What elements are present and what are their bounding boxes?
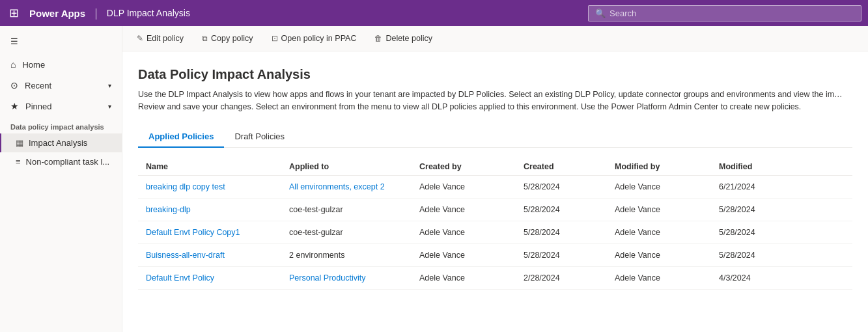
recent-icon: ⊙ <box>10 80 18 90</box>
policy-name-link[interactable]: Default Envt Policy Copy1 <box>146 228 240 237</box>
table-row: breaking dlp copy test All environments,… <box>138 176 852 199</box>
search-box[interactable]: 🔍 <box>588 5 861 21</box>
edit-policy-button[interactable]: ✎ Edit policy <box>133 31 188 46</box>
tab-applied-policies[interactable]: Applied Policies <box>138 126 224 148</box>
hamburger-icon: ☰ <box>10 36 18 46</box>
cell-modified: 5/28/2024 <box>719 251 797 260</box>
page-title-nav: DLP Impact Analysis <box>107 8 190 18</box>
cell-name[interactable]: Default Envt Policy Copy1 <box>146 228 289 237</box>
sidebar-impact-label: Impact Analysis <box>29 138 87 148</box>
search-icon: 🔍 <box>595 8 606 18</box>
page-heading: Data Policy Impact Analysis <box>138 67 852 82</box>
policy-name-link[interactable]: breaking-dlp <box>146 205 191 214</box>
cell-applied-to: coe-test-gulzar <box>289 228 419 237</box>
cell-modified: 6/21/2024 <box>719 182 797 191</box>
cell-modified: 5/28/2024 <box>719 228 797 237</box>
edit-icon: ✎ <box>137 34 143 43</box>
open-ppac-label: Open policy in PPAC <box>281 34 357 43</box>
cell-applied-to: 2 environments <box>289 251 419 260</box>
cell-modified: 5/28/2024 <box>719 205 797 214</box>
cell-created: 5/28/2024 <box>524 228 615 237</box>
applied-to: coe-test-gulzar <box>289 205 343 214</box>
applied-to: 2 environments <box>289 251 344 260</box>
open-ppac-button[interactable]: ⊡ Open policy in PPAC <box>268 31 361 46</box>
cell-created-by: Adele Vance <box>419 182 524 191</box>
cell-applied-to[interactable]: Personal Productivity <box>289 273 419 283</box>
applied-to-link[interactable]: Personal Productivity <box>289 273 365 283</box>
copy-policy-button[interactable]: ⧉ Copy policy <box>198 31 257 46</box>
copy-icon: ⧉ <box>202 34 208 43</box>
non-compliant-icon: ≡ <box>16 157 21 167</box>
open-icon: ⊡ <box>272 34 278 43</box>
sidebar-item-home[interactable]: ⌂ Home <box>0 54 122 75</box>
main-layout: ☰ ⌂ Home ⊙ Recent ▾ ★ Pinned ▾ Data poli… <box>0 26 868 332</box>
cell-created-by: Adele Vance <box>419 273 524 283</box>
brand-label: Power Apps <box>29 8 85 19</box>
cell-modified-by: Adele Vance <box>615 273 719 283</box>
sidebar-item-recent[interactable]: ⊙ Recent ▾ <box>0 75 122 96</box>
sidebar-item-non-compliant[interactable]: ≡ Non-compliant task l... <box>0 152 122 171</box>
sidebar-item-pinned[interactable]: ★ Pinned ▾ <box>0 96 122 117</box>
content-area: ✎ Edit policy ⧉ Copy policy ⊡ Open polic… <box>122 26 868 332</box>
sidebar-pinned-label: Pinned <box>25 102 51 111</box>
delete-icon: 🗑 <box>374 34 382 43</box>
cell-modified: 4/3/2024 <box>719 273 797 283</box>
search-input[interactable] <box>609 8 854 18</box>
policies-table: Name Applied to Created by Created Modif… <box>138 158 852 290</box>
page-content: Data Policy Impact Analysis Use the DLP … <box>122 51 868 332</box>
sidebar: ☰ ⌂ Home ⊙ Recent ▾ ★ Pinned ▾ Data poli… <box>0 26 122 332</box>
col-header-name: Name <box>146 162 289 171</box>
impact-analysis-icon: ▦ <box>16 138 23 148</box>
page-description: Use the DLP Impact Analysis to view how … <box>138 89 852 113</box>
cell-created: 5/28/2024 <box>524 251 615 260</box>
policy-name-link[interactable]: Default Envt Policy <box>146 273 214 283</box>
cell-applied-to[interactable]: All environments, except 2 <box>289 182 419 191</box>
applied-to: coe-test-gulzar <box>289 228 343 237</box>
col-header-applied-to: Applied to <box>289 162 419 171</box>
cell-created-by: Adele Vance <box>419 251 524 260</box>
cell-name[interactable]: Buisness-all-env-draft <box>146 251 289 260</box>
policy-name-link[interactable]: Buisness-all-env-draft <box>146 251 225 260</box>
policy-name-link[interactable]: breaking dlp copy test <box>146 182 225 191</box>
top-nav: ⊞ Power Apps | DLP Impact Analysis 🔍 <box>0 0 868 26</box>
table-row: Buisness-all-env-draft 2 environments Ad… <box>138 244 852 267</box>
table-body: breaking dlp copy test All environments,… <box>138 176 852 290</box>
tabs-bar: Applied Policies Draft Policies <box>138 126 852 148</box>
toolbar: ✎ Edit policy ⧉ Copy policy ⊡ Open polic… <box>122 26 868 51</box>
table-row: breaking-dlp coe-test-gulzar Adele Vance… <box>138 199 852 221</box>
home-icon: ⌂ <box>10 59 16 70</box>
hamburger-button[interactable]: ☰ <box>0 31 122 51</box>
edit-policy-label: Edit policy <box>147 34 184 43</box>
sidebar-item-impact-analysis[interactable]: ▦ Impact Analysis <box>0 133 122 152</box>
cell-created-by: Adele Vance <box>419 228 524 237</box>
pin-icon: ★ <box>10 101 19 111</box>
nav-separator: | <box>94 7 98 20</box>
table-header-row: Name Applied to Created by Created Modif… <box>138 158 852 176</box>
cell-modified-by: Adele Vance <box>615 251 719 260</box>
cell-name[interactable]: Default Envt Policy <box>146 273 289 283</box>
col-header-created-by: Created by <box>419 162 524 171</box>
chevron-down-icon-pinned: ▾ <box>108 103 111 110</box>
cell-created: 5/28/2024 <box>524 205 615 214</box>
sidebar-non-compliant-label: Non-compliant task l... <box>26 157 110 167</box>
copy-policy-label: Copy policy <box>211 34 253 43</box>
cell-modified-by: Adele Vance <box>615 205 719 214</box>
cell-name[interactable]: breaking dlp copy test <box>146 182 289 191</box>
cell-modified-by: Adele Vance <box>615 182 719 191</box>
table-row: Default Envt Policy Personal Productivit… <box>138 267 852 290</box>
cell-created: 5/28/2024 <box>524 182 615 191</box>
applied-to-link[interactable]: All environments, except 2 <box>289 182 385 191</box>
table-row: Default Envt Policy Copy1 coe-test-gulza… <box>138 221 852 244</box>
col-header-modified: Modified <box>719 162 797 171</box>
delete-policy-button[interactable]: 🗑 Delete policy <box>371 31 436 46</box>
sidebar-recent-label: Recent <box>25 81 51 90</box>
col-header-modified-by: Modified by <box>615 162 719 171</box>
cell-created-by: Adele Vance <box>419 205 524 214</box>
cell-created: 2/28/2024 <box>524 273 615 283</box>
chevron-down-icon: ▾ <box>108 82 111 89</box>
cell-applied-to: coe-test-gulzar <box>289 205 419 214</box>
cell-name[interactable]: breaking-dlp <box>146 205 289 214</box>
sidebar-home-label: Home <box>22 60 45 70</box>
tab-draft-policies[interactable]: Draft Policies <box>224 126 295 148</box>
waffle-icon[interactable]: ⊞ <box>7 3 21 23</box>
